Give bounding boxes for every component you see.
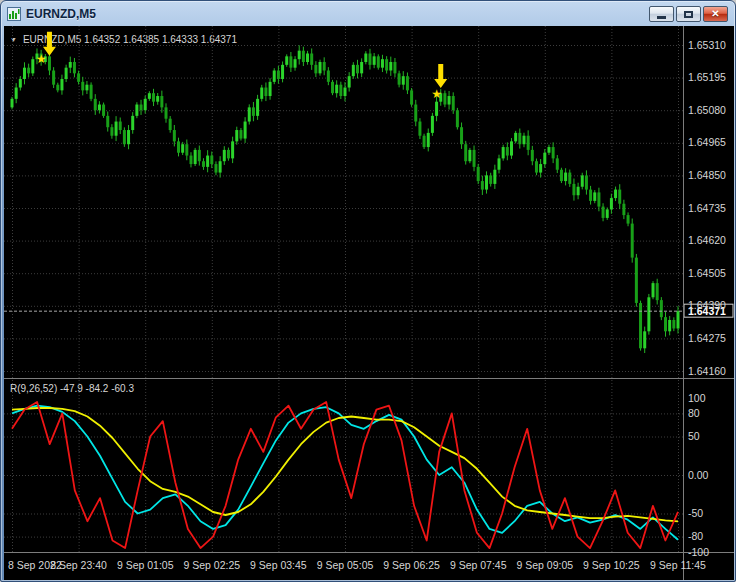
indicator-axis-label: -100	[688, 546, 709, 558]
time-axis-label: 8 Sep 23:40	[50, 559, 107, 571]
indicator-axis-label: -80	[688, 530, 703, 542]
price-axis-label: 1.64505	[688, 267, 726, 279]
price-axis-label: 1.64160	[688, 365, 726, 377]
indicator-axis-label: -50	[688, 507, 703, 519]
price-axis-label: 1.64390	[688, 299, 726, 311]
price-axis-label: 1.64275	[688, 332, 726, 344]
chart-window-icon	[7, 7, 21, 21]
time-axis-label: 9 Sep 11:45	[650, 559, 706, 571]
price-axis-label: 1.64735	[688, 202, 726, 214]
mt4-chart-window: EURNZD,M5 ✕ ▼ EURNZD,M5 1.64352 1.64385 …	[0, 0, 736, 582]
window-title: EURNZD,M5	[26, 7, 96, 21]
chart-client-area[interactable]: ▼ EURNZD,M5 1.64352 1.64385 1.64333 1.64…	[4, 26, 734, 580]
minimize-icon	[657, 16, 666, 19]
indicator-axis-label: 100	[688, 392, 706, 404]
time-axis-label: 9 Sep 09:05	[516, 559, 573, 571]
indicator-axis-label: 50	[688, 430, 700, 442]
indicator-lines	[12, 402, 678, 548]
chart-canvas[interactable]: 1.64371★★1.653101.651951.650801.649651.6…	[4, 26, 734, 580]
price-axis-label: 1.64965	[688, 136, 726, 148]
time-axis-label: 9 Sep 07:45	[450, 559, 507, 571]
star-icon: ★	[431, 87, 442, 101]
price-axis-label: 1.64850	[688, 169, 726, 181]
titlebar[interactable]: EURNZD,M5 ✕	[1, 1, 735, 26]
time-axis-label: 9 Sep 10:25	[583, 559, 640, 571]
maximize-icon	[684, 11, 693, 18]
time-axis-label: 9 Sep 01:05	[117, 559, 174, 571]
bid-line-group: 1.64371	[4, 304, 733, 317]
window-controls: ✕	[649, 6, 728, 22]
indicator-axis-label: 0.00	[688, 469, 709, 481]
minimize-button[interactable]	[649, 6, 674, 22]
maximize-button[interactable]	[676, 6, 701, 22]
time-axis-label: 9 Sep 02:25	[183, 559, 240, 571]
time-axis-label: 9 Sep 06:25	[383, 559, 440, 571]
indicator-axis-label: 80	[688, 407, 700, 419]
price-axis-label: 1.65310	[688, 39, 726, 51]
indicator-line-fast	[12, 402, 678, 548]
time-axis-label: 9 Sep 03:45	[250, 559, 307, 571]
price-axis-label: 1.64620	[688, 234, 726, 246]
star-icon: ★	[36, 52, 47, 66]
pane-separators	[4, 26, 734, 580]
price-axis-label: 1.65195	[688, 71, 726, 83]
close-button[interactable]: ✕	[703, 6, 728, 22]
candles	[11, 45, 680, 353]
time-axis-label: 9 Sep 05:05	[317, 559, 374, 571]
price-axis-label: 1.65080	[688, 104, 726, 116]
close-icon: ✕	[711, 9, 719, 19]
sell-arrow-icon	[434, 64, 447, 88]
